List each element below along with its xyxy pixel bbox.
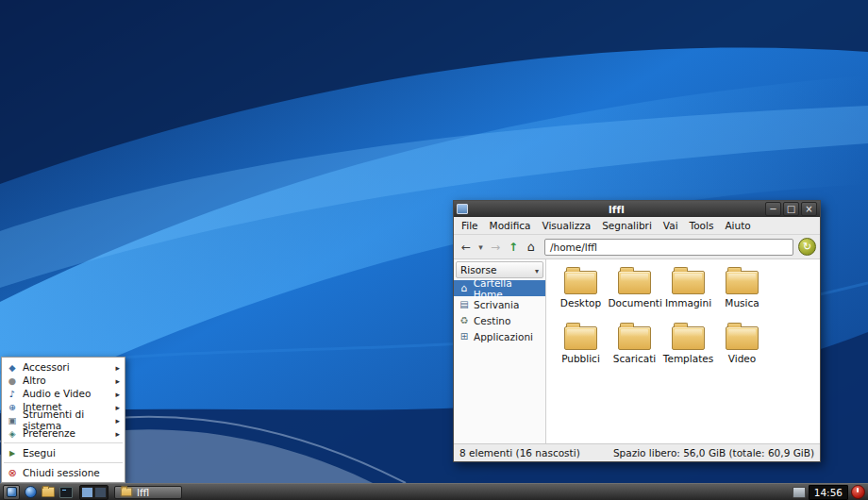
submenu-arrow-icon	[115, 427, 120, 439]
logout-button[interactable]	[851, 485, 865, 499]
tray-display-icon[interactable]	[793, 487, 806, 498]
file-manager-window: lffl − □ × File Modifica Visualizza Segn…	[453, 200, 821, 462]
start-menu-item-chiudi-sessione[interactable]: ⊗ Chiudi sessione	[2, 466, 125, 479]
menu-label: Preferenze	[23, 427, 75, 439]
start-menu: ◆ Accessori ● Altro ♪ Audio e Video ⊕ In…	[1, 357, 125, 483]
file-grid: Desktop Documenti Immagini Musica	[546, 259, 820, 443]
submenu-arrow-icon	[115, 401, 120, 412]
start-menu-item-esegui[interactable]: ▶ Esegui	[2, 446, 125, 459]
menubar-item[interactable]: Vai	[658, 218, 684, 233]
menu-separator	[4, 442, 123, 443]
window-body: Risorse ⌂ Cartella Home ▤ Scrivania	[454, 259, 820, 443]
terminal-icon	[59, 487, 73, 498]
history-down-icon[interactable]: ▾	[476, 239, 486, 255]
menubar-item[interactable]: Visualizza	[536, 218, 596, 233]
folder-label: Scaricati	[613, 353, 656, 364]
maximize-icon[interactable]: □	[783, 202, 799, 216]
menubar-item[interactable]: Aiuto	[719, 218, 756, 233]
file-manager-launcher[interactable]	[41, 486, 56, 499]
up-icon[interactable]: ↑	[505, 239, 522, 255]
menubar-item[interactable]: Modifica	[484, 218, 537, 233]
desktop-icon: ▤	[459, 299, 470, 309]
chevron-down-icon	[535, 264, 539, 275]
logout-icon: ⊗	[7, 467, 18, 479]
menubar-item[interactable]: Segnalibri	[596, 218, 658, 233]
folder-item[interactable]: Scaricati	[608, 321, 661, 373]
start-menu-item[interactable]: ▣ Strumenti di sistema	[2, 413, 125, 426]
folder-icon	[121, 488, 133, 497]
sidebar-place[interactable]: ♻ Cestino	[454, 312, 545, 328]
start-menu-item[interactable]: ♪ Audio e Video	[2, 387, 125, 400]
lxde-logo-icon	[7, 487, 17, 497]
folder-icon	[564, 326, 597, 350]
start-menu-item[interactable]: ● Altro	[2, 374, 125, 387]
folder-item[interactable]: Video	[715, 321, 769, 373]
status-free-space: Spazio libero: 56,0 GiB (totale: 60,9 Gi…	[613, 447, 814, 458]
toolbar: ← ▾ → ↑ ⌂ /home/lffl ↻	[454, 235, 820, 259]
forward-icon[interactable]: →	[487, 239, 504, 255]
home-icon[interactable]: ⌂	[523, 239, 540, 255]
statusbar: 8 elementi (16 nascosti) Spazio libero: …	[454, 443, 820, 461]
folder-item[interactable]: Desktop	[554, 265, 608, 317]
folder-icon	[564, 271, 597, 294]
folder-icon	[42, 487, 55, 497]
titlebar[interactable]: lffl − □ ×	[454, 201, 820, 217]
globe-icon	[25, 486, 37, 498]
clock[interactable]: 14:56	[809, 485, 848, 500]
workspace-pager[interactable]	[79, 485, 108, 500]
workspace-1[interactable]	[81, 487, 93, 498]
folder-label: Documenti	[609, 297, 661, 308]
terminal-launcher[interactable]	[58, 486, 74, 499]
back-icon[interactable]: ←	[458, 239, 475, 255]
trash-icon: ♻	[459, 315, 470, 325]
internet-icon: ⊕	[7, 402, 18, 412]
folder-item[interactable]: Documenti	[608, 265, 661, 317]
status-items: 8 elementi (16 nascosti)	[459, 447, 580, 458]
submenu-arrow-icon	[115, 361, 120, 373]
place-label: Scrivania	[474, 299, 519, 310]
accessories-icon: ◆	[7, 362, 18, 373]
reload-icon[interactable]: ↻	[798, 238, 816, 256]
minimize-icon[interactable]: −	[765, 202, 781, 216]
start-menu-button[interactable]	[3, 485, 20, 500]
taskbar-task-button[interactable]: lffl	[114, 486, 182, 499]
folder-icon	[618, 326, 651, 350]
menu-separator	[4, 462, 123, 463]
run-icon: ▶	[7, 449, 18, 458]
sidebar-place[interactable]: ⊞ Applicazioni	[454, 328, 545, 344]
other-icon: ●	[7, 375, 18, 386]
submenu-arrow-icon	[115, 388, 120, 399]
folder-item[interactable]: Pubblici	[554, 321, 608, 373]
folder-item[interactable]: Musica	[715, 265, 769, 317]
place-label: Applicazioni	[474, 331, 533, 342]
menubar-item[interactable]: File	[456, 218, 484, 233]
start-menu-item[interactable]: ◆ Accessori	[2, 360, 125, 374]
menu-label: Chiudi sessione	[23, 467, 100, 478]
folder-label: Musica	[725, 297, 759, 308]
folder-item[interactable]: Immagini	[661, 265, 715, 317]
menubar: File Modifica Visualizza Segnalibri Vai …	[454, 217, 820, 235]
menubar-item[interactable]: Tools	[684, 218, 720, 233]
folder-label: Desktop	[560, 297, 601, 308]
folder-icon	[618, 271, 651, 294]
sidebar-place[interactable]: ⌂ Cartella Home	[454, 280, 545, 296]
place-label: Cartella Home	[474, 277, 542, 300]
nav-buttons: ← ▾ → ↑ ⌂	[458, 239, 540, 255]
taskbar: lffl 14:56	[0, 483, 868, 500]
places-combo[interactable]: Risorse	[456, 261, 543, 278]
folder-label: Immagini	[665, 297, 711, 308]
path-input[interactable]: /home/lffl	[544, 239, 793, 256]
window-controls: − □ ×	[765, 202, 817, 216]
browser-launcher[interactable]	[23, 486, 38, 499]
apps-icon: ⊞	[459, 331, 470, 342]
workspace-2[interactable]	[94, 487, 107, 498]
menu-label: Esegui	[23, 447, 56, 458]
folder-icon	[672, 326, 705, 350]
audio-icon: ♪	[7, 389, 18, 399]
close-icon[interactable]: ×	[801, 202, 817, 216]
folder-item[interactable]: Templates	[661, 321, 715, 373]
menu-label: Accessori	[23, 361, 70, 373]
folder-icon	[726, 271, 759, 294]
folder-label: Video	[728, 353, 756, 364]
folder-icon	[726, 326, 759, 350]
